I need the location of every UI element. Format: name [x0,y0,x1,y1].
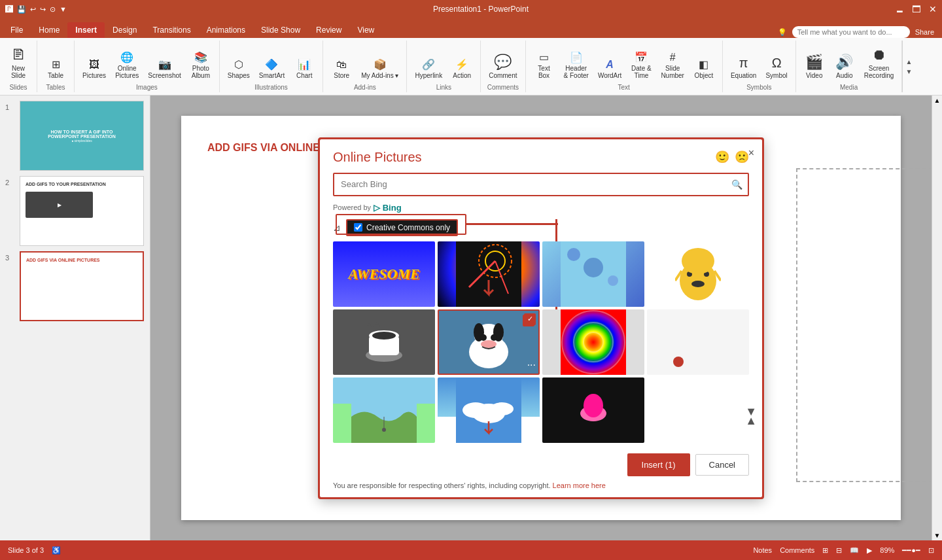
ribbon-btn-photo-album[interactable]: 📚 PhotoAlbum [186,49,215,81]
ribbon-btn-action[interactable]: ⚡ Action [447,56,476,81]
grid-img-jake[interactable] [647,241,749,307]
ribbon-btn-shapes[interactable]: ⬡ Shapes [224,56,254,81]
fit-slide-button[interactable]: ⊡ [928,546,934,555]
scroll-up-button[interactable]: ▲ [932,96,942,105]
tab-animations[interactable]: Animations [199,22,253,38]
ribbon-btn-video[interactable]: 🎬 Video [800,52,829,81]
tab-view[interactable]: View [349,22,382,38]
tab-insert[interactable]: Insert [67,22,105,38]
dialog-close-button[interactable]: × [748,147,754,159]
image-options-button[interactable]: ··· [527,359,536,371]
ribbon-btn-smartart[interactable]: 🔷 SmartArt [255,56,288,81]
minimize-button[interactable]: 🗕 [895,4,904,14]
my-addins-icon: 📦 [374,58,387,71]
slideshow-button[interactable]: ▶ [867,546,872,555]
powered-by-label: Powered by ▷ Bing [320,199,762,217]
grid-img-fireworks[interactable] [438,241,540,307]
zoom-level: 89% [880,546,894,554]
ribbon-btn-comment[interactable]: 💬 Comment [485,52,521,81]
ribbon-btn-pictures[interactable]: 🖼 Pictures [78,57,110,81]
grid-img-blue[interactable] [542,241,644,307]
ribbon-btn-equation[interactable]: π Equation [727,54,760,81]
grid-img-white[interactable] [647,309,749,375]
tab-transitions[interactable]: Transitions [145,22,198,38]
comments-button[interactable]: Comments [780,546,814,554]
ribbon-search-input[interactable] [792,26,910,38]
ribbon-btn-date-time[interactable]: 📅 Date &Time [627,49,655,81]
slide-thumb-1[interactable]: 1 HOW TO INSERT A GIF INTOPOWERPOINT PRE… [5,101,145,171]
thumbs-down-button[interactable]: 🙁 [735,150,749,164]
grid-img-sky[interactable] [438,377,540,443]
slide-sorter-button[interactable]: ⊟ [836,546,842,555]
slide-number-icon: # [670,52,676,63]
addins-group-label: Add-ins [354,84,376,91]
filter-row: ⊿ Creative Commons only [320,217,762,239]
ribbon-btn-online-pictures[interactable]: 🌐 OnlinePictures [111,49,143,81]
ribbon-btn-my-addins[interactable]: 📦 My Add-ins ▾ [357,56,402,81]
grid-img-dark[interactable] [542,377,644,443]
textbox-icon: ▭ [539,51,549,63]
grid-img-awesome[interactable]: AWESOME [333,241,435,307]
slide-img-1[interactable]: HOW TO INSERT A GIF INTOPOWERPOINT PRESE… [20,101,144,171]
action-icon: ⚡ [455,58,468,71]
search-icon[interactable]: 🔍 [726,174,748,195]
tab-slideshow[interactable]: Slide Show [253,22,308,38]
ribbon-btn-symbol[interactable]: Ω Symbol [761,54,791,81]
notes-button[interactable]: Notes [753,546,772,554]
maximize-button[interactable]: 🗖 [912,4,921,14]
creative-commons-filter[interactable]: Creative Commons only [346,219,458,236]
slide-num-2: 2 [5,179,17,186]
slide-img-2[interactable]: ADD GIFS TO YOUR PRESENTATION ▶ [20,176,144,246]
cc-label: Creative Commons only [366,223,450,232]
ribbon-btn-new-slide[interactable]: 🖹 NewSlide [4,44,33,81]
learn-more-link[interactable]: Learn more here [553,481,606,489]
zoom-slider[interactable]: ━━●━ [902,546,920,555]
grid-img-swirl[interactable] [542,309,644,375]
symbol-icon: Ω [772,56,782,71]
ribbon-btn-slide-number[interactable]: # SlideNumber [657,50,688,81]
cancel-button[interactable]: Cancel [695,454,749,476]
ribbon-btn-textbox[interactable]: ▭ TextBox [530,49,559,81]
search-bing-input[interactable] [334,174,726,194]
dialog-feedback-buttons: 🙂 🙁 [715,150,749,164]
status-left: Slide 3 of 3 ♿ [8,546,61,555]
ribbon-btn-hyperlink[interactable]: 🔗 Hyperlink [411,56,446,81]
tab-file[interactable]: File [3,22,31,38]
ribbon-btn-store[interactable]: 🛍 Store [327,57,356,81]
chart-icon: 📊 [298,58,311,71]
thumbs-up-button[interactable]: 🙂 [715,150,729,164]
table-icon: ⊞ [52,58,60,71]
ribbon-btn-chart[interactable]: 📊 Chart [290,56,319,81]
close-button[interactable]: ✕ [929,4,937,14]
slide-thumb-3[interactable]: 3 ADD GIFS VIA ONLINE PICTURES [5,251,145,321]
ribbon-btn-audio[interactable]: 🔊 Audio [830,52,859,81]
normal-view-button[interactable]: ⊞ [822,546,828,555]
ribbon-scroll-down[interactable]: ▼ [904,67,913,77]
ribbon-btn-table[interactable]: ⊞ Table [41,56,70,81]
slide-img-3[interactable]: ADD GIFS VIA ONLINE PICTURES [20,251,144,321]
dialog-scroll-down[interactable]: ▼ [745,405,757,419]
ribbon-btn-screenshot[interactable]: 📷 Screenshot [144,56,185,81]
grid-img-landscape[interactable] [333,377,435,443]
tab-review[interactable]: Review [308,22,349,38]
ribbon-btn-wordart[interactable]: A WordArt [594,57,626,81]
scroll-down-button[interactable]: ▼ [932,531,942,540]
ribbon-btn-header-footer[interactable]: 📄 Header& Footer [560,49,593,81]
slide-count: Slide 3 of 3 [8,546,44,554]
ribbon-btn-screen-recording[interactable]: ⏺ ScreenRecording [860,44,898,81]
tab-home[interactable]: Home [31,22,67,38]
window-controls[interactable]: 🗕 🗖 ✕ [895,4,937,14]
right-scrollbar[interactable]: ▲ ▼ [932,96,942,540]
ribbon: 🖹 NewSlide Slides ⊞ Table Tables 🖼 Pictu… [0,38,942,96]
ribbon-scroll[interactable]: ▲ ▼ [902,41,915,92]
reading-view-button[interactable]: 📖 [850,546,859,555]
insert-button[interactable]: Insert (1) [627,453,690,476]
grid-img-snoopy[interactable]: ✓ ··· [438,309,540,375]
tab-design[interactable]: Design [105,22,145,38]
grid-img-coffee[interactable] [333,309,435,375]
hyperlink-icon: 🔗 [422,58,435,71]
ribbon-scroll-up[interactable]: ▲ [904,57,913,67]
ribbon-btn-object[interactable]: ◧ Object [689,56,718,81]
slide-thumb-2[interactable]: 2 ADD GIFS TO YOUR PRESENTATION ▶ [5,176,145,246]
cc-checkbox[interactable] [354,223,362,232]
